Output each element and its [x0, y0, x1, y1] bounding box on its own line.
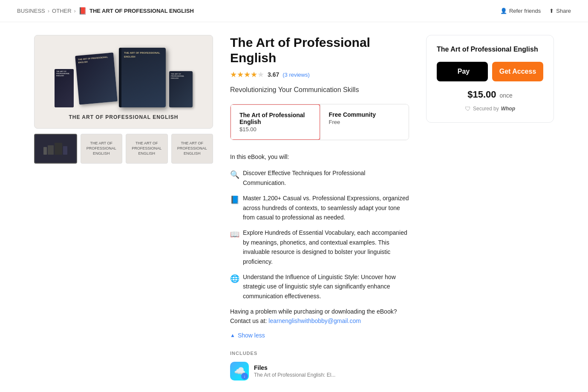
- includes-files-item: ☁️ ↓ Files The Art of Professional Engli…: [230, 362, 409, 380]
- plan-tab-paid-name: The Art of Professional English: [239, 112, 311, 125]
- chevron-up-icon: ▲: [230, 332, 235, 338]
- product-gallery: THE ART OF PROFESSIONAL ENGLISH THE ART …: [34, 35, 213, 380]
- file-name: Files: [254, 364, 335, 371]
- file-info: Files The Art of Professional English: E…: [254, 364, 335, 378]
- plan-tab-free-price: Free: [329, 119, 401, 125]
- gallery-caption: THE ART OF PROFESSIONAL ENGLISH: [69, 114, 178, 120]
- share-button[interactable]: ⬆ Share: [549, 8, 571, 14]
- user-plus-icon: 👤: [500, 8, 507, 14]
- thumbnail-4[interactable]: THE ART OF PROFESSIONAL ENGLISH: [171, 134, 213, 164]
- feature-3: 📖 Explore Hundreds of Essential Vocabula…: [230, 228, 409, 266]
- product-subtitle: Revolutionizing Your Communication Skill…: [230, 86, 409, 94]
- includes-label: INCLUDES: [230, 351, 409, 356]
- contact-email-link[interactable]: learnenglishwithbobby@gmail.com: [268, 317, 361, 324]
- product-description: In this eBook, you will: 🔍 Discover Effe…: [230, 152, 409, 326]
- feature-4: 🌐 Understand the Influence of Linguistic…: [230, 272, 409, 301]
- feature-1-text: Discover Effective Techniques for Profes…: [243, 168, 409, 187]
- book-cover-1: THE ART OF PROFESSIONAL ENGLISH: [55, 69, 74, 107]
- shield-icon: 🛡: [465, 105, 471, 112]
- book-covers-display: THE ART OF PROFESSIONAL ENGLISH THE ART …: [46, 43, 201, 112]
- price-row: $15.00 once: [437, 89, 543, 100]
- star-rating: ★★★★★: [230, 70, 264, 79]
- apple-pay-label: Pay: [458, 68, 470, 75]
- breadcrumb-sep-1: ›: [48, 8, 49, 14]
- file-icon-wrapper: ☁️ ↓: [230, 362, 249, 380]
- reviews-link[interactable]: (3 reviews): [282, 72, 310, 78]
- rating-number: 3.67: [268, 71, 279, 78]
- breadcrumb-other[interactable]: OTHER: [52, 8, 72, 14]
- description-intro: In this eBook, you will:: [230, 152, 409, 161]
- secure-text: Secured by: [473, 106, 499, 112]
- book-blue-emoji-icon: 📘: [230, 194, 239, 206]
- gallery-thumbnails: THE ART OF PROFESSIONAL ENGLISH THE ART …: [34, 134, 213, 164]
- price-period: once: [499, 92, 512, 99]
- thumbnail-3[interactable]: THE ART OF PROFESSIONAL ENGLISH: [126, 134, 168, 164]
- plan-tab-paid-price: $15.00: [239, 126, 311, 133]
- rating-row: ★★★★★ 3.67 (3 reviews): [230, 70, 409, 79]
- breadcrumb-business[interactable]: BUSINESS: [17, 8, 45, 14]
- show-less-button[interactable]: ▲ Show less: [230, 332, 265, 339]
- breadcrumb-current: THE ART OF PROFESSIONAL ENGLISH: [89, 8, 194, 14]
- gallery-main-image: THE ART OF PROFESSIONAL ENGLISH THE ART …: [34, 35, 213, 129]
- breadcrumb-bar: BUSINESS › OTHER › 📕 THE ART OF PROFESSI…: [0, 0, 588, 22]
- contact-line: Having a problem while purchasing or dow…: [230, 307, 409, 326]
- search-emoji-icon: 🔍: [230, 169, 239, 181]
- book-cover-main: THE ART OF PROFESSIONAL ENGLISH: [119, 48, 166, 107]
- refer-friends-label: Refer friends: [509, 8, 541, 14]
- share-label: Share: [556, 8, 571, 14]
- book-cover-2: THE ART OF PROFESSIONAL ENGLISH: [75, 52, 118, 104]
- apple-pay-button[interactable]: Pay: [437, 62, 488, 81]
- main-container: THE ART OF PROFESSIONAL ENGLISH THE ART …: [17, 22, 571, 392]
- feature-2-text: Master 1,200+ Casual vs. Professional Ex…: [243, 193, 409, 222]
- whop-logo: Whop: [501, 106, 515, 112]
- price-amount: $15.00: [467, 89, 496, 100]
- feature-4-text: Understand the Influence of Linguistic S…: [243, 272, 409, 301]
- product-title: The Art of Professional English: [230, 35, 409, 66]
- file-description: The Art of Professional English: El...: [254, 372, 335, 378]
- purchase-card: The Art of Professional English Pay Get …: [426, 35, 554, 123]
- show-less-label: Show less: [238, 332, 265, 339]
- plan-tabs: The Art of Professional English $15.00 F…: [230, 104, 409, 140]
- product-info: The Art of Professional English ★★★★★ 3.…: [230, 35, 409, 380]
- breadcrumb-sep-2: ›: [74, 8, 76, 14]
- open-book-emoji-icon: 📖: [230, 228, 239, 241]
- download-icon: ↓: [241, 373, 248, 380]
- card-title: The Art of Professional English: [437, 46, 543, 53]
- thumbnail-1[interactable]: [34, 134, 77, 164]
- feature-1: 🔍 Discover Effective Techniques for Prof…: [230, 168, 409, 187]
- breadcrumb-actions: 👤 Refer friends ⬆ Share: [500, 8, 571, 14]
- refer-friends-button[interactable]: 👤 Refer friends: [500, 8, 541, 14]
- get-access-button[interactable]: Get Access: [492, 62, 543, 81]
- plan-tab-free-name: Free Community: [329, 111, 401, 118]
- book-icon: 📕: [78, 7, 87, 15]
- thumbnail-2[interactable]: THE ART OF PROFESSIONAL ENGLISH: [81, 134, 123, 164]
- globe-emoji-icon: 🌐: [230, 273, 239, 285]
- plan-tab-free[interactable]: Free Community Free: [320, 104, 409, 140]
- feature-3-text: Explore Hundreds of Essential Vocabulary…: [243, 228, 409, 266]
- payment-buttons: Pay Get Access: [437, 62, 543, 81]
- plan-tab-paid[interactable]: The Art of Professional English $15.00: [230, 104, 320, 140]
- feature-2: 📘 Master 1,200+ Casual vs. Professional …: [230, 193, 409, 222]
- secure-row: 🛡 Secured by Whop: [437, 105, 543, 112]
- share-icon: ⬆: [549, 8, 554, 14]
- breadcrumb: BUSINESS › OTHER › 📕 THE ART OF PROFESSI…: [17, 7, 194, 15]
- book-cover-4: THE ART OF PROFESSIONAL ENGLISH: [169, 71, 193, 107]
